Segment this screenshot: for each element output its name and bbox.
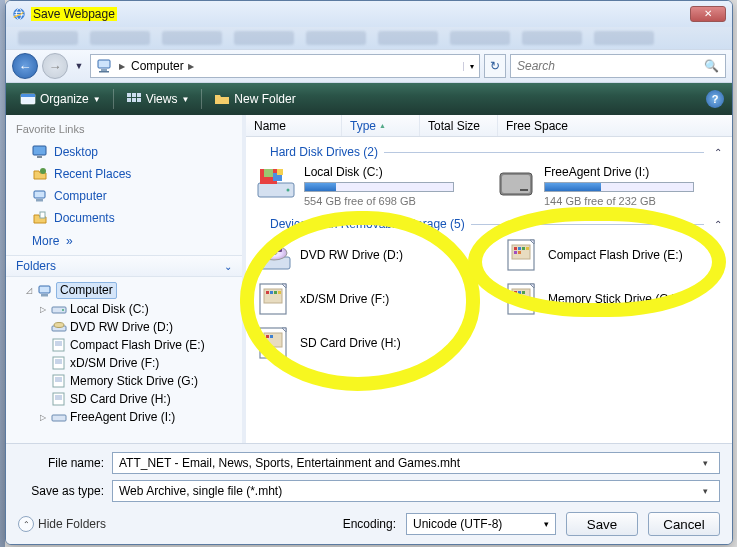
fav-computer[interactable]: Computer [16, 185, 232, 207]
window-title: Save Webpage [31, 7, 117, 21]
svg-rect-70 [270, 335, 273, 338]
group-hard-disks[interactable]: Hard Disk Drives (2)⌃ [270, 145, 722, 159]
group-removable[interactable]: Devices with Removable Storage (5)⌃ [270, 217, 722, 231]
external-hdd-icon [496, 165, 536, 201]
svg-rect-60 [274, 291, 277, 294]
dialog-bottom: File name: ATT_NET - Email, News, Sports… [6, 443, 732, 545]
tree-label: DVD RW Drive (D:) [70, 320, 173, 334]
chevron-down-icon: ⌄ [224, 261, 232, 272]
device-label: DVD RW Drive (D:) [300, 248, 403, 262]
drive-icon [51, 409, 67, 425]
folder-tree: ◿Computer ▷Local Disk (C:) DVD RW Drive … [6, 277, 242, 430]
col-free-space[interactable]: Free Space [498, 115, 732, 136]
tree-item[interactable]: DVD RW Drive (D:) [10, 318, 236, 336]
encoding-select[interactable]: Unicode (UTF-8)▾ [406, 513, 556, 535]
drive-c[interactable]: Local Disk (C:) 554 GB free of 698 GB [256, 165, 466, 207]
tree-expand-icon[interactable]: ◿ [24, 286, 34, 295]
breadcrumb-computer[interactable]: Computer▶ [125, 59, 200, 73]
breadcrumb[interactable]: ▶ Computer▶ ▾ [90, 54, 480, 78]
collapse-icon[interactable]: ⌃ [714, 219, 722, 230]
save-button[interactable]: Save [566, 512, 638, 536]
svg-rect-28 [55, 359, 62, 364]
tree-computer[interactable]: ◿Computer [10, 281, 236, 300]
capacity-bar [304, 182, 454, 192]
tree-label: Memory Stick Drive (G:) [70, 374, 198, 388]
dropdown-icon[interactable]: ▾ [544, 519, 549, 529]
card-drive-icon [51, 391, 67, 407]
favorite-links-header: Favorite Links [16, 123, 232, 135]
svg-rect-53 [526, 247, 529, 250]
cancel-button[interactable]: Cancel [648, 512, 720, 536]
toolbar: Organize▼ Views▼ New Folder ? [6, 83, 732, 115]
tree-label: Compact Flash Drive (E:) [70, 338, 205, 352]
saveastype-select[interactable]: Web Archive, single file (*.mht)▾ [112, 480, 720, 502]
fav-recent[interactable]: Recent Places [16, 163, 232, 185]
tree-item[interactable]: ▷FreeAgent Drive (I:) [10, 408, 236, 426]
svg-rect-32 [55, 395, 62, 400]
background-tabs-blur [6, 27, 732, 49]
tree-item[interactable]: ▷Local Disk (C:) [10, 300, 236, 318]
svg-rect-17 [36, 199, 43, 202]
svg-rect-55 [518, 251, 521, 254]
svg-rect-33 [52, 415, 66, 421]
collapse-icon[interactable]: ⌃ [714, 147, 722, 158]
folders-section-header[interactable]: Folders⌄ [6, 255, 242, 277]
content-pane: Name Type▲ Total Size Free Space Hard Di… [246, 115, 732, 443]
refresh-button[interactable]: ↻ [484, 54, 506, 78]
device-label: Memory Stick Drive (G:) [548, 292, 676, 306]
svg-rect-20 [41, 294, 48, 297]
history-dropdown[interactable]: ▼ [72, 55, 86, 77]
svg-rect-65 [518, 291, 521, 294]
card-icon [256, 325, 292, 361]
search-input[interactable]: Search 🔍 [510, 54, 726, 78]
filename-input[interactable]: ATT_NET - Email, News, Sports, Entertain… [112, 452, 720, 474]
help-button[interactable]: ? [706, 90, 724, 108]
device-cf[interactable]: Compact Flash Drive (E:) [504, 237, 722, 273]
col-total-size[interactable]: Total Size [420, 115, 498, 136]
breadcrumb-dropdown[interactable]: ▾ [463, 62, 479, 71]
forward-button[interactable]: → [42, 53, 68, 79]
svg-rect-61 [278, 291, 281, 294]
svg-rect-59 [270, 291, 273, 294]
close-button[interactable]: ✕ [690, 6, 726, 22]
views-button[interactable]: Views▼ [120, 89, 196, 109]
tree-label: FreeAgent Drive (I:) [70, 410, 175, 424]
svg-rect-16 [34, 191, 45, 198]
col-type[interactable]: Type▲ [342, 115, 420, 136]
svg-rect-12 [137, 98, 141, 102]
drive-i[interactable]: FreeAgent Drive (I:) 144 GB free of 232 … [496, 165, 706, 207]
tree-item[interactable]: xD/SM Drive (F:) [10, 354, 236, 372]
hide-folders-button[interactable]: ⌃Hide Folders [18, 516, 106, 532]
svg-rect-18 [40, 212, 45, 218]
card-drive-icon [51, 373, 67, 389]
computer-icon [95, 56, 115, 76]
fav-desktop[interactable]: Desktop [16, 141, 232, 163]
new-folder-button[interactable]: New Folder [208, 89, 301, 109]
dropdown-icon[interactable]: ▾ [697, 486, 713, 496]
back-button[interactable]: ← [12, 53, 38, 79]
svg-point-15 [40, 168, 46, 174]
recent-icon [32, 166, 48, 182]
fav-more[interactable]: More » [16, 229, 232, 253]
organize-button[interactable]: Organize▼ [14, 89, 107, 109]
svg-rect-54 [514, 251, 517, 254]
svg-rect-52 [522, 247, 525, 250]
tree-item[interactable]: Compact Flash Drive (E:) [10, 336, 236, 354]
device-dvd[interactable]: DVD DVD RW Drive (D:) [256, 237, 474, 273]
card-drive-icon [51, 355, 67, 371]
device-sd[interactable]: SD Card Drive (H:) [256, 325, 474, 361]
device-ms[interactable]: Memory Stick Drive (G:) [504, 281, 722, 317]
dropdown-icon[interactable]: ▾ [697, 458, 713, 468]
device-xd[interactable]: xD/SM Drive (F:) [256, 281, 474, 317]
hdd-icon [256, 165, 296, 201]
tree-item[interactable]: SD Card Drive (H:) [10, 390, 236, 408]
col-name[interactable]: Name [246, 115, 342, 136]
svg-rect-10 [127, 98, 131, 102]
column-headers: Name Type▲ Total Size Free Space [246, 115, 732, 137]
capacity-bar [544, 182, 694, 192]
tree-label: SD Card Drive (H:) [70, 392, 171, 406]
tree-item[interactable]: Memory Stick Drive (G:) [10, 372, 236, 390]
titlebar[interactable]: Save Webpage ✕ [6, 1, 732, 27]
svg-rect-3 [101, 69, 107, 71]
fav-documents[interactable]: Documents [16, 207, 232, 229]
